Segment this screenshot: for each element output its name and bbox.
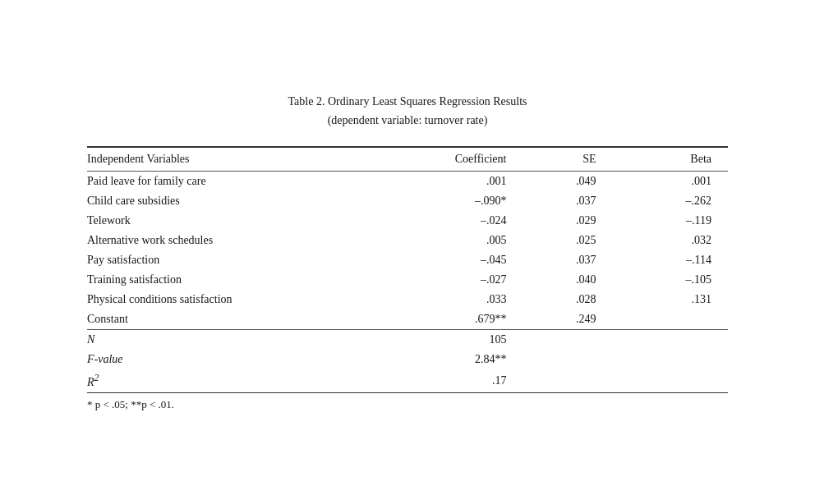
regression-table: Independent Variables Coefficient SE Bet…	[87, 146, 728, 411]
se-cell: .049	[523, 172, 612, 192]
iv-cell: Child care subsidies	[87, 191, 408, 211]
iv-cell: Physical conditions satisfaction	[87, 290, 408, 309]
se-cell: .029	[523, 211, 612, 231]
beta-cell	[613, 309, 728, 330]
se-cell: .249	[523, 309, 612, 330]
se-cell: .025	[523, 231, 612, 250]
beta-cell	[613, 350, 728, 369]
coeff-cell: –.027	[408, 270, 523, 290]
beta-cell	[613, 330, 728, 351]
table-row: Alternative work schedules.005.025.032	[87, 231, 728, 250]
header-coeff: Coefficient	[408, 147, 523, 172]
iv-cell: F-value	[87, 350, 408, 369]
iv-cell: N	[87, 330, 408, 351]
se-cell	[523, 350, 612, 369]
table-row: N105	[87, 330, 728, 351]
title-line2: (dependent variable: turnover rate)	[328, 114, 488, 126]
beta-cell	[613, 369, 728, 392]
table-row: Pay satisfaction–.045.037–.114	[87, 250, 728, 270]
coeff-cell: .033	[408, 290, 523, 309]
table-title: Table 2. Ordinary Least Squares Regressi…	[87, 93, 728, 130]
header-se: SE	[523, 147, 612, 172]
coeff-cell: .679**	[408, 309, 523, 330]
coeff-cell: 105	[408, 330, 523, 351]
table-row: Constant.679**.249	[87, 309, 728, 330]
beta-cell: –.119	[613, 211, 728, 231]
header-iv: Independent Variables	[87, 147, 408, 172]
table-row: Telework–.024.029–.119	[87, 211, 728, 231]
se-cell: .037	[523, 191, 612, 211]
table-row: Child care subsidies–.090*.037–.262	[87, 191, 728, 211]
table-note: * p < .05; **p < .01.	[87, 392, 728, 411]
title-line1: Table 2. Ordinary Least Squares Regressi…	[288, 95, 527, 108]
beta-cell: –.262	[613, 191, 728, 211]
iv-cell: R2	[87, 369, 408, 392]
table-row: Training satisfaction–.027.040–.105	[87, 270, 728, 290]
beta-cell: –.105	[613, 270, 728, 290]
coeff-cell: .17	[408, 369, 523, 392]
coeff-cell: .005	[408, 231, 523, 250]
beta-cell: .001	[613, 172, 728, 192]
coeff-cell: –.045	[408, 250, 523, 270]
iv-cell: Paid leave for family care	[87, 172, 408, 192]
se-cell	[523, 330, 612, 351]
se-cell: .037	[523, 250, 612, 270]
beta-cell: –.114	[613, 250, 728, 270]
table-row: Physical conditions satisfaction.033.028…	[87, 290, 728, 309]
iv-cell: Training satisfaction	[87, 270, 408, 290]
coeff-cell: –.024	[408, 211, 523, 231]
iv-cell: Telework	[87, 211, 408, 231]
table-row: F-value2.84**	[87, 350, 728, 369]
note-row: * p < .05; **p < .01.	[87, 392, 728, 411]
se-cell: .028	[523, 290, 612, 309]
table-row: R2.17	[87, 369, 728, 392]
se-cell	[523, 369, 612, 392]
coeff-cell: .001	[408, 172, 523, 192]
beta-cell: .032	[613, 231, 728, 250]
coeff-cell: 2.84**	[408, 350, 523, 369]
iv-cell: Constant	[87, 309, 408, 330]
table-container: Table 2. Ordinary Least Squares Regressi…	[87, 85, 728, 419]
iv-cell: Alternative work schedules	[87, 231, 408, 250]
coeff-cell: –.090*	[408, 191, 523, 211]
header-beta: Beta	[613, 147, 728, 172]
table-row: Paid leave for family care.001.049.001	[87, 172, 728, 192]
beta-cell: .131	[613, 290, 728, 309]
se-cell: .040	[523, 270, 612, 290]
iv-cell: Pay satisfaction	[87, 250, 408, 270]
